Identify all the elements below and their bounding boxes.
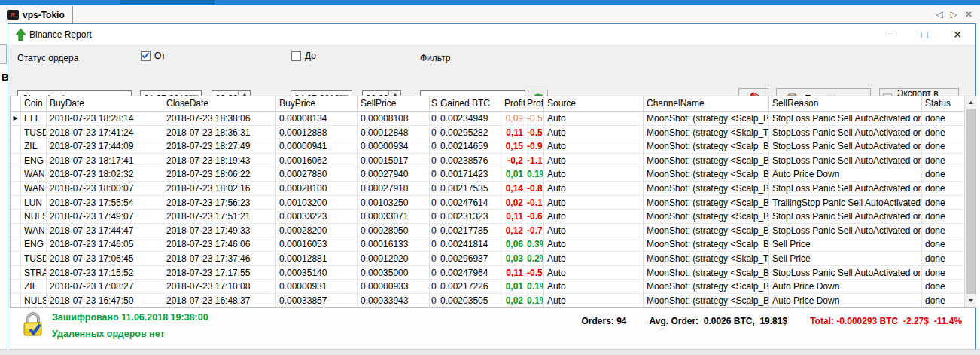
cell-sell_reason[interactable]: Sell Price: [769, 252, 922, 265]
maximize-button[interactable]: □: [908, 24, 941, 45]
cell-sell_reason[interactable]: Sell Price: [769, 237, 922, 251]
cell-channel[interactable]: MoonShot: (strategy <Skalp_TUS: [644, 126, 769, 139]
cell-channel[interactable]: MoonShot: (strategy <Scalp_BTC: [644, 224, 769, 237]
cell-sell_reason[interactable]: StopLoss Panic Sell AutoActivated on sel…: [769, 154, 922, 167]
cell-profit_pct[interactable]: -0.5%: [525, 266, 544, 280]
cell-channel[interactable]: MoonShot: (strategy <Scalp_BTC: [644, 266, 769, 280]
cell-sell_reason[interactable]: StopLoss Panic Sell AutoActivated on sel…: [769, 139, 922, 153]
cell-profit[interactable]: 0,11: [504, 210, 525, 223]
cell-coin[interactable]: ENG: [21, 154, 47, 167]
minimize-button[interactable]: −: [875, 24, 908, 45]
cell-close_date[interactable]: 2018-07-23 18:36:31: [163, 126, 276, 139]
cell-sell_reason[interactable]: Auto Price Down: [769, 167, 922, 181]
cell-buy_date[interactable]: 2018-07-23 17:06:45: [47, 252, 163, 265]
dialog-titlebar[interactable]: Binance Report − □ ✕: [8, 24, 975, 45]
cell-buy_price[interactable]: 0.00033857: [276, 294, 358, 307]
cell-gained_btc[interactable]: 0.00231323: [437, 210, 504, 223]
cell-s[interactable]: 0: [430, 210, 437, 223]
cell-s[interactable]: 0: [430, 266, 437, 280]
column-header-gained_btc[interactable]: Gained BTC: [437, 96, 504, 111]
cell-channel[interactable]: MoonShot: (strategy <Scalp_BTC: [644, 112, 769, 125]
cell-profit_pct[interactable]: -0.8%: [525, 182, 544, 195]
cell-s[interactable]: 0: [430, 280, 437, 293]
cell-buy_date[interactable]: 2018-07-23 17:55:54: [47, 196, 163, 210]
cell-profit_pct[interactable]: -1.1%: [525, 154, 544, 167]
column-header-buy_price[interactable]: BuyPrice: [276, 96, 358, 111]
to-checkbox[interactable]: До: [291, 50, 316, 61]
cell-sell_price[interactable]: 0.00016133: [358, 237, 430, 251]
cell-coin[interactable]: WAN: [21, 182, 47, 195]
cell-close_date[interactable]: 2018-07-23 17:49:33: [163, 224, 276, 237]
cell-buy_date[interactable]: 2018-07-23 16:47:50: [47, 294, 163, 307]
cell-status[interactable]: done: [922, 266, 964, 280]
cell-profit_pct[interactable]: 0.2%: [525, 252, 544, 265]
cell-sell_reason[interactable]: StopLoss Panic Sell AutoActivated on sel…: [769, 266, 922, 280]
column-header-source[interactable]: Source: [544, 96, 644, 111]
column-header-profit[interactable]: Profit: [504, 96, 525, 111]
cell-coin[interactable]: LUN: [21, 196, 47, 210]
cell-sell_price[interactable]: 0.00027940: [358, 167, 430, 181]
cell-status[interactable]: done: [922, 182, 964, 195]
cell-s[interactable]: 0: [430, 112, 437, 125]
cell-source[interactable]: Auto: [544, 182, 644, 195]
cell-channel[interactable]: MoonShot: (strategy <Scalp_BTC: [644, 139, 769, 153]
cell-sell_reason[interactable]: StopLoss Panic Sell AutoActivated on sel…: [769, 112, 922, 125]
table-row[interactable]: ZIL2018-07-23 17:44:092018-07-23 18:27:4…: [11, 139, 964, 154]
cell-buy_date[interactable]: 2018-07-23 17:15:52: [47, 266, 163, 280]
cell-gained_btc[interactable]: 0.00234949: [437, 112, 504, 125]
cell-buy_price[interactable]: 0.00012881: [276, 252, 358, 265]
cell-source[interactable]: Auto: [544, 126, 644, 139]
cell-buy_price[interactable]: 0.00028100: [276, 182, 358, 195]
column-header-s[interactable]: S: [430, 96, 437, 111]
cell-profit_pct[interactable]: 0.1%: [525, 280, 544, 293]
cell-sell_price[interactable]: 0.00000934: [358, 139, 430, 153]
cell-source[interactable]: Auto: [544, 139, 644, 153]
cell-source[interactable]: Auto: [544, 294, 644, 307]
cell-status[interactable]: done: [922, 112, 964, 125]
cell-profit[interactable]: 0,11: [504, 266, 525, 280]
cell-sell_price[interactable]: 0.00008108: [358, 112, 430, 125]
table-row[interactable]: WAN2018-07-23 18:02:322018-07-23 18:06:2…: [11, 167, 964, 182]
cell-buy_date[interactable]: 2018-07-23 17:49:07: [47, 210, 163, 223]
cell-status[interactable]: done: [922, 237, 964, 251]
table-row[interactable]: WAN2018-07-23 18:00:072018-07-23 18:02:1…: [11, 182, 964, 196]
cell-sell_price[interactable]: 0.00035000: [358, 266, 430, 280]
cell-source[interactable]: Auto: [544, 167, 644, 181]
cell-buy_price[interactable]: 0.00008134: [276, 112, 358, 125]
tab-close-icon[interactable]: ✕: [965, 9, 972, 20]
vertical-scrollbar[interactable]: [964, 96, 975, 307]
cell-s[interactable]: 0: [430, 167, 437, 181]
table-row[interactable]: LUN2018-07-23 17:55:542018-07-23 17:56:2…: [11, 196, 964, 210]
cell-s[interactable]: 0: [430, 196, 437, 210]
column-header-profit_pct[interactable]: Profit: [525, 96, 544, 111]
cell-channel[interactable]: MoonShot: (strategy <Skalp_TUS: [644, 252, 769, 265]
cell-buy_date[interactable]: 2018-07-23 18:17:41: [47, 154, 163, 167]
column-header-channel[interactable]: ChannelName: [644, 96, 769, 111]
cell-gained_btc[interactable]: 0.00217535: [437, 182, 504, 195]
cell-channel[interactable]: MoonShot: (strategy <Scalp_BTC: [644, 210, 769, 223]
cell-s[interactable]: 0: [430, 126, 437, 139]
cell-profit_pct[interactable]: 0.1%: [525, 294, 544, 307]
tab-scroll-left-icon[interactable]: ◁: [936, 9, 942, 20]
table-row[interactable]: NULS2018-07-23 17:49:072018-07-23 17:51:…: [11, 210, 964, 224]
cell-buy_date[interactable]: 2018-07-23 17:41:24: [47, 126, 163, 139]
cell-coin[interactable]: WAN: [21, 167, 47, 181]
cell-gained_btc[interactable]: 0.00217785: [437, 224, 504, 237]
cell-sell_reason[interactable]: Auto Price Down: [769, 294, 922, 307]
cell-gained_btc[interactable]: 0.00247614: [437, 196, 504, 210]
cell-sell_reason[interactable]: Auto Price Down: [769, 280, 922, 293]
cell-s[interactable]: 0: [430, 182, 437, 195]
cell-profit[interactable]: -0,2: [504, 154, 525, 167]
cell-buy_price[interactable]: 0.00016053: [276, 237, 358, 251]
cell-status[interactable]: done: [922, 294, 964, 307]
cell-buy_date[interactable]: 2018-07-23 18:02:32: [47, 167, 163, 181]
close-button[interactable]: ✕: [941, 24, 974, 45]
column-header-close_date[interactable]: CloseDate: [163, 96, 276, 111]
cell-sell_reason[interactable]: StopLoss Panic Sell AutoActivated on sel…: [769, 126, 922, 139]
cell-channel[interactable]: MoonShot: (strategy <Scalp_BTC: [644, 294, 769, 307]
scroll-up-icon[interactable]: [965, 96, 976, 109]
cell-source[interactable]: Auto: [544, 224, 644, 237]
cell-close_date[interactable]: 2018-07-23 17:51:21: [163, 210, 276, 223]
table-row[interactable]: WAN2018-07-23 17:44:472018-07-23 17:49:3…: [11, 224, 964, 238]
cell-close_date[interactable]: 2018-07-23 17:17:55: [163, 266, 276, 280]
